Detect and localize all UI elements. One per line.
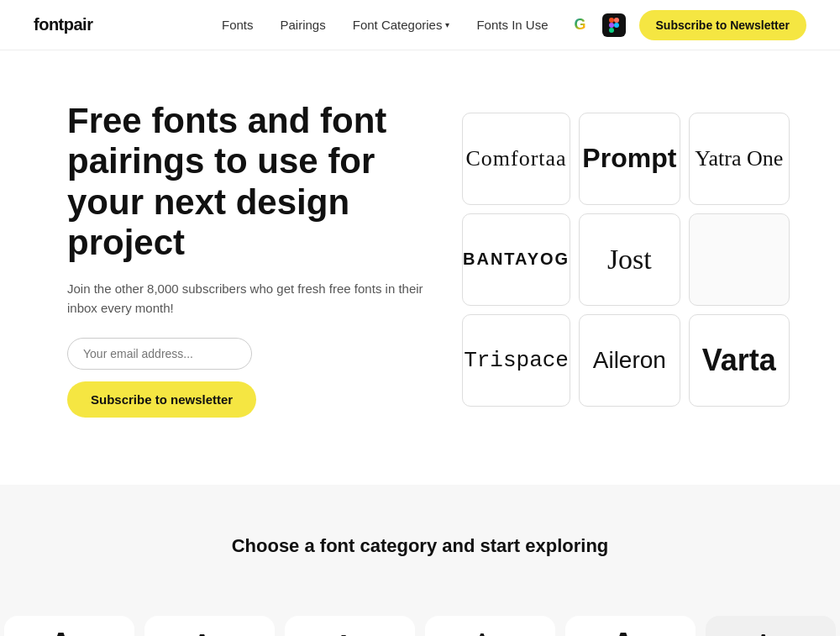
category-aa-slab: Aa — [333, 630, 367, 636]
email-input[interactable] — [67, 338, 252, 370]
font-card-jost[interactable]: Jost — [579, 213, 680, 306]
nav-pairings[interactable]: Pairings — [281, 18, 326, 32]
category-aa-handwriting: Aa — [752, 628, 789, 636]
font-categories-section: Choose a font category and start explori… — [0, 485, 840, 616]
nav-font-categories[interactable]: Font Categories ▾ — [353, 18, 450, 32]
font-card-aileron[interactable]: Aileron — [579, 314, 680, 407]
font-card-trispace[interactable]: Trispace — [462, 314, 570, 407]
figma-icon[interactable] — [602, 13, 626, 37]
font-label-aileron: Aileron — [593, 347, 666, 374]
category-card-handwriting[interactable]: Aa Handwritting — [706, 616, 836, 636]
category-aa-sans-serif: Aa — [50, 629, 88, 636]
subscribe-nav-button[interactable]: Subscribe to Newsletter — [639, 10, 807, 40]
category-card-serif[interactable]: Aa Serif — [144, 616, 275, 636]
category-aa-serif: Aa — [192, 629, 228, 636]
font-label-bantayog: BANTAYOG — [463, 250, 570, 269]
subscribe-hero-button[interactable]: Subscribe to newsletter — [67, 381, 256, 418]
svg-point-4 — [614, 23, 619, 28]
logo[interactable]: fontpair — [34, 15, 92, 34]
hero-subtitle: Join the other 8,000 subscribers who get… — [67, 280, 428, 318]
chevron-down-icon: ▾ — [445, 20, 449, 29]
font-label-jost: Jost — [607, 244, 652, 276]
font-label-yatra: Yatra One — [695, 146, 783, 171]
svg-rect-3 — [609, 28, 614, 33]
font-card-comfortaa[interactable]: Comfortaa — [462, 113, 570, 205]
font-label-comfortaa: Comfortaa — [465, 146, 566, 171]
font-card-prompt[interactable]: Prompt — [579, 113, 680, 205]
hero-section: Free fonts and font pairings to use for … — [0, 50, 840, 485]
category-card-display[interactable]: Aa Display — [565, 616, 696, 636]
category-card-slab[interactable]: Aa Slab — [285, 616, 415, 636]
font-label-varta: Varta — [702, 343, 776, 378]
font-label-trispace: Trispace — [464, 348, 569, 373]
font-card-bantayog[interactable]: BANTAYOG — [462, 213, 570, 306]
svg-rect-0 — [609, 18, 614, 23]
navbar: fontpair Fonts Pairings Font Categories … — [0, 0, 840, 50]
font-categories-title: Choose a font category and start explori… — [34, 535, 806, 557]
font-grid: Comfortaa Prompt Yatra One BANTAYOG Jost… — [462, 113, 790, 407]
nav-fonts[interactable]: Fonts — [222, 18, 254, 32]
google-icon[interactable]: G — [569, 13, 592, 37]
hero-title: Free fonts and font pairings to use for … — [67, 101, 428, 263]
category-aa-monospace: Aa — [474, 631, 506, 636]
nav-icons: G — [569, 13, 626, 37]
font-card-yatra[interactable]: Yatra One — [689, 113, 790, 205]
category-aa-display: Aa — [612, 628, 649, 636]
font-card-varta[interactable]: Varta — [689, 314, 790, 407]
font-card-empty — [689, 213, 790, 306]
font-label-prompt: Prompt — [582, 143, 676, 174]
category-card-monospace[interactable]: Aa Monospace — [425, 616, 555, 636]
category-card-sans-serif[interactable]: Aa Sans-Serif — [4, 616, 134, 636]
svg-rect-2 — [609, 23, 614, 28]
nav-links: Fonts Pairings Font Categories ▾ Fonts I… — [222, 18, 549, 33]
category-cards-container: Aa Sans-Serif Aa Serif Aa Slab Aa Monosp… — [0, 616, 840, 636]
hero-left: Free fonts and font pairings to use for … — [67, 101, 428, 418]
nav-fonts-in-use[interactable]: Fonts In Use — [476, 18, 548, 32]
svg-rect-1 — [614, 18, 619, 23]
